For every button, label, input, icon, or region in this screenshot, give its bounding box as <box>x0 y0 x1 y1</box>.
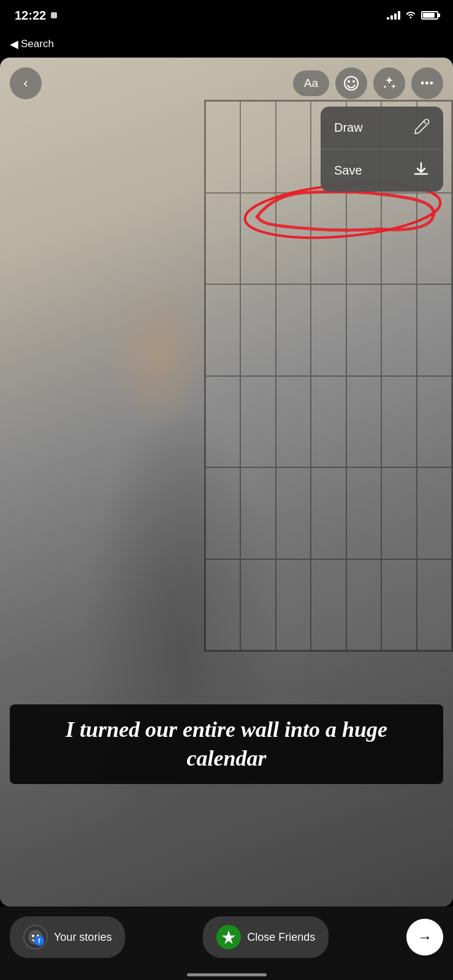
back-nav[interactable]: ◀ Search <box>10 37 54 51</box>
send-button[interactable]: → <box>406 919 443 956</box>
text-tool-button[interactable]: Aa <box>293 70 329 96</box>
close-friends-label: Close Friends <box>247 931 315 944</box>
sticker-button[interactable] <box>335 67 367 99</box>
face-icon: f <box>27 929 44 946</box>
close-friends-icon <box>216 925 241 949</box>
svg-point-6 <box>32 935 34 937</box>
dropdown-menu: Draw Save <box>321 107 443 192</box>
bottom-bar: f Your stories Close Friends → <box>0 907 453 980</box>
home-indicator <box>187 973 267 976</box>
svg-point-3 <box>352 80 355 83</box>
your-stories-button[interactable]: f Your stories <box>10 916 125 958</box>
back-label: Search <box>21 38 54 50</box>
your-stories-label: Your stories <box>54 931 112 944</box>
status-time: 12:22 <box>15 9 58 23</box>
story-container: ‹ Aa ••• Draw <box>0 58 453 907</box>
save-menu-item[interactable]: Save <box>321 149 443 192</box>
effects-icon <box>381 75 397 91</box>
draw-label: Draw <box>334 121 363 135</box>
battery-icon <box>421 11 438 20</box>
time-display: 12:22 <box>15 9 46 23</box>
caption-box: I turned our entire wall into a huge cal… <box>10 704 443 784</box>
download-icon <box>413 160 430 178</box>
save-label: Save <box>334 164 362 178</box>
wifi-icon <box>405 10 416 21</box>
star-icon <box>221 929 237 945</box>
status-icons <box>387 10 438 21</box>
draw-menu-item[interactable]: Draw <box>321 107 443 149</box>
effects-button[interactable] <box>373 67 405 99</box>
signal-icon <box>387 11 400 20</box>
draw-icon <box>413 118 430 138</box>
record-indicator-icon <box>50 11 58 20</box>
draw-pen-icon <box>413 118 430 135</box>
caption-container: I turned our entire wall into a huge cal… <box>10 704 443 784</box>
back-button[interactable]: ‹ <box>10 67 42 99</box>
svg-point-2 <box>348 80 350 83</box>
more-options-button[interactable]: ••• <box>411 67 443 99</box>
sticker-icon <box>343 75 359 91</box>
status-bar: 12:22 <box>0 0 453 31</box>
save-icon <box>413 160 430 181</box>
nav-bar: ◀ Search <box>0 31 453 58</box>
close-friends-button[interactable]: Close Friends <box>203 916 329 958</box>
caption-text: I turned our entire wall into a huge cal… <box>23 715 430 773</box>
back-chevron-icon: ◀ <box>10 37 18 51</box>
svg-rect-0 <box>51 12 57 18</box>
story-controls: ‹ Aa ••• <box>10 67 443 99</box>
top-right-controls: Aa ••• <box>293 67 443 99</box>
your-stories-icon: f <box>23 925 48 949</box>
send-arrow-icon: → <box>417 929 432 946</box>
